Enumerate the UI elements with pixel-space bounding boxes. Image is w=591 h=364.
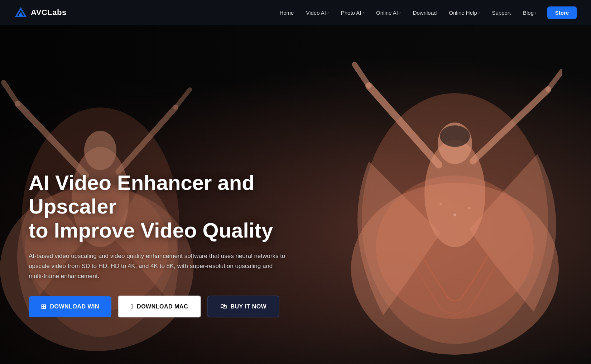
logo[interactable]: AVCLabs (14, 6, 67, 19)
windows-icon: ⊞ (41, 303, 47, 311)
nav-item-photo-ai[interactable]: Photo AI › (336, 7, 369, 19)
svg-line-9 (4, 82, 18, 104)
svg-point-23 (439, 203, 442, 205)
svg-point-7 (84, 131, 116, 170)
dancer-right-svg (347, 54, 562, 362)
navbar: AVCLabs Home Video AI › Photo AI › Onlin… (0, 0, 591, 25)
hero-title: AI Video Enhancer and Upscaler to Improv… (29, 171, 308, 243)
chevron-icon: › (399, 10, 401, 15)
download-win-button[interactable]: ⊞ DOWNLOAD WIN (29, 296, 111, 317)
dancer-right (347, 54, 562, 362)
svg-line-11 (176, 90, 190, 107)
svg-point-24 (468, 207, 470, 209)
chevron-icon: › (362, 10, 364, 15)
apple-icon:  (131, 303, 133, 310)
svg-line-19 (355, 64, 369, 86)
hero-section: AI Video Enhancer and Upscaler to Improv… (0, 25, 591, 364)
nav-links: Home Video AI › Photo AI › Online AI › D… (274, 6, 577, 19)
nav-item-video-ai[interactable]: Video AI › (301, 7, 333, 19)
store-button[interactable]: Store (547, 6, 577, 19)
nav-item-home[interactable]: Home (274, 7, 299, 19)
hero-subtitle: AI-based video upscaling and video quali… (29, 251, 287, 281)
buy-now-button[interactable]: 🛍 BUY IT NOW (207, 296, 279, 317)
chevron-icon: › (327, 10, 329, 15)
svg-line-21 (548, 72, 562, 90)
nav-item-blog[interactable]: Blog › (518, 7, 542, 19)
nav-item-online-ai[interactable]: Online AI › (371, 7, 406, 19)
nav-item-online-help[interactable]: Online Help › (444, 7, 485, 19)
nav-item-download[interactable]: Download (408, 7, 442, 19)
svg-point-17 (440, 125, 470, 147)
nav-item-support[interactable]: Support (487, 7, 516, 19)
avc-logo-icon (14, 6, 27, 19)
hero-buttons: ⊞ DOWNLOAD WIN  DOWNLOAD MAC 🛍 BUY IT N… (29, 296, 308, 317)
cart-icon: 🛍 (220, 303, 227, 310)
hero-content: AI Video Enhancer and Upscaler to Improv… (29, 171, 308, 317)
svg-point-22 (453, 214, 456, 216)
chevron-icon: › (479, 10, 480, 15)
download-mac-button[interactable]:  DOWNLOAD MAC (118, 296, 201, 317)
chevron-icon: › (535, 10, 537, 15)
brand-name: AVCLabs (31, 8, 67, 17)
